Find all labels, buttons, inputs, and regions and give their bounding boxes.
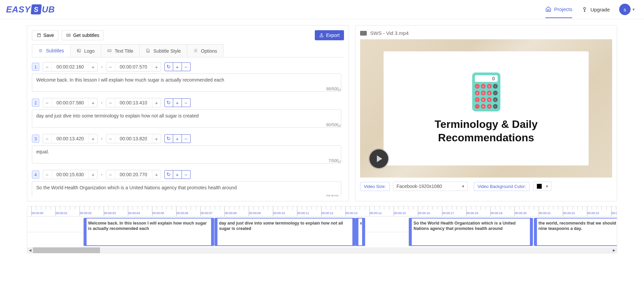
add-subtitle-button[interactable]: + bbox=[173, 170, 182, 179]
timeline-clip-text: e bbox=[359, 221, 362, 226]
timeline-clip[interactable]: the world, recommends that we should con… bbox=[534, 218, 617, 246]
start-time-input[interactable] bbox=[52, 62, 89, 71]
time-increment-button[interactable]: + bbox=[89, 134, 97, 143]
export-button[interactable]: Export bbox=[315, 30, 344, 40]
time-decrement-button[interactable]: − bbox=[43, 98, 52, 107]
tab-subtitle-style[interactable]: Subtitle Style bbox=[139, 44, 187, 57]
retime-button[interactable]: ↻ bbox=[164, 98, 173, 107]
subtitle-textarea[interactable] bbox=[32, 145, 341, 163]
timeline-track[interactable]: Welcome back. In this lesson I will expl… bbox=[27, 216, 617, 247]
brand-logo[interactable]: EASY S UB bbox=[6, 4, 55, 15]
timeline-scrollbar[interactable]: ◀ ▶ bbox=[27, 247, 617, 253]
video-size-select[interactable]: Facebook-1920x1080 ▾ bbox=[393, 182, 468, 191]
tab-options[interactable]: Options bbox=[187, 44, 224, 57]
preview-panel: SWS - Vid 3.mp4 0 123+ 456− 789× ·0=÷ Te… bbox=[355, 25, 617, 201]
video-title-row: SWS - Vid 3.mp4 bbox=[360, 30, 612, 36]
timeline-clip[interactable]: Welcome back. In this lesson I will expl… bbox=[84, 218, 214, 246]
time-separator: - bbox=[101, 100, 103, 105]
video-slide-heading: Terminology & Daily Recommendations bbox=[425, 117, 548, 144]
ruler-label: 00:00:02 bbox=[80, 211, 92, 215]
ruler-label: 00:00:08 bbox=[225, 211, 237, 215]
play-button[interactable] bbox=[369, 149, 388, 168]
subtitle-list[interactable]: 1 − + - − + ↻ + − 88/500 2 bbox=[32, 62, 344, 196]
subtitle-item: 3 − + - − + ↻ + − 7/500 bbox=[32, 134, 341, 164]
start-time-input[interactable] bbox=[52, 98, 89, 107]
save-button[interactable]: Save bbox=[32, 30, 58, 40]
ruler-label: 00:00:17 bbox=[442, 211, 454, 215]
subtitle-item: 4 − + - − + ↻ + − 95/500 bbox=[32, 170, 341, 196]
timeline-ruler[interactable]: 00:00:0000:00:0100:00:0200:00:0300:00:04… bbox=[27, 206, 617, 216]
editor-tabs: Subtitles Logo Text Title bbox=[32, 44, 344, 57]
remove-subtitle-button[interactable]: − bbox=[182, 62, 191, 71]
time-increment-button[interactable]: + bbox=[89, 98, 97, 107]
scroll-track[interactable] bbox=[33, 247, 611, 253]
time-decrement-button[interactable]: − bbox=[106, 62, 115, 71]
subtitle-textarea[interactable] bbox=[32, 109, 341, 128]
retime-button[interactable]: ↻ bbox=[164, 170, 173, 179]
time-increment-button[interactable]: + bbox=[89, 62, 97, 71]
time-increment-button[interactable]: + bbox=[152, 170, 161, 179]
svg-rect-3 bbox=[320, 36, 323, 37]
char-count: 88/500 bbox=[326, 87, 339, 91]
start-time-group: − + bbox=[43, 170, 98, 179]
time-separator: - bbox=[101, 136, 103, 141]
subtitle-index-badge: 3 bbox=[32, 135, 39, 143]
time-decrement-button[interactable]: − bbox=[43, 134, 52, 143]
retime-button[interactable]: ↻ bbox=[164, 134, 173, 143]
nav-projects-link[interactable]: Projects bbox=[545, 1, 572, 18]
scroll-right-arrow[interactable]: ▶ bbox=[611, 247, 617, 253]
timeline-clip[interactable]: e bbox=[355, 218, 365, 246]
ruler-label: 00:00:18 bbox=[466, 211, 478, 215]
time-increment-button[interactable]: + bbox=[152, 62, 161, 71]
end-time-input[interactable] bbox=[115, 62, 152, 71]
timeline-clip[interactable]: day and just dive into some terminology … bbox=[214, 218, 355, 246]
time-decrement-button[interactable]: − bbox=[106, 98, 115, 107]
start-time-input[interactable] bbox=[52, 170, 89, 179]
timeline-panel: 00:00:0000:00:0100:00:0200:00:0300:00:04… bbox=[27, 206, 617, 253]
time-decrement-button[interactable]: − bbox=[106, 170, 115, 179]
user-menu[interactable]: s ▾ bbox=[619, 4, 635, 15]
time-increment-button[interactable]: + bbox=[152, 98, 161, 107]
ruler-label: 00:00:16 bbox=[418, 211, 430, 215]
time-decrement-button[interactable]: − bbox=[43, 170, 52, 179]
start-time-group: − + bbox=[43, 62, 98, 71]
add-subtitle-button[interactable]: + bbox=[173, 134, 182, 143]
gear-icon bbox=[193, 48, 198, 53]
video-preview[interactable]: 0 123+ 456− 789× ·0=÷ Terminology & Dail… bbox=[360, 39, 612, 178]
export-label: Export bbox=[326, 33, 340, 38]
timeline-clip[interactable]: So the World Health Organization which i… bbox=[409, 218, 533, 246]
tab-logo[interactable]: Logo bbox=[70, 44, 101, 57]
calculator-icon: 0 123+ 456− 789× ·0=÷ bbox=[472, 72, 500, 111]
brand-mark: S bbox=[31, 4, 42, 14]
time-decrement-button[interactable]: − bbox=[106, 134, 115, 143]
time-increment-button[interactable]: + bbox=[152, 134, 161, 143]
end-time-input[interactable] bbox=[115, 98, 152, 107]
nav-right: Projects Upgrade s ▾ bbox=[545, 1, 635, 18]
tab-subtitles[interactable]: Subtitles bbox=[32, 44, 70, 57]
retime-button[interactable]: ↻ bbox=[164, 62, 173, 71]
add-subtitle-button[interactable]: + bbox=[173, 98, 182, 107]
time-decrement-button[interactable]: − bbox=[43, 62, 52, 71]
scroll-thumb[interactable] bbox=[33, 247, 100, 253]
nav-upgrade-link[interactable]: Upgrade bbox=[582, 1, 610, 18]
start-time-input[interactable] bbox=[52, 134, 89, 143]
remove-subtitle-button[interactable]: − bbox=[182, 170, 191, 179]
get-subtitles-button[interactable]: Get subtitles bbox=[62, 30, 104, 40]
end-time-input[interactable] bbox=[115, 134, 152, 143]
char-count: 80/500 bbox=[326, 123, 339, 127]
add-subtitle-button[interactable]: + bbox=[173, 62, 182, 71]
tab-text-title[interactable]: Text Title bbox=[101, 44, 140, 57]
scroll-left-arrow[interactable]: ◀ bbox=[27, 247, 33, 253]
remove-subtitle-button[interactable]: − bbox=[182, 134, 191, 143]
subtitle-textarea[interactable] bbox=[32, 74, 341, 92]
video-bg-select[interactable]: ▾ bbox=[533, 182, 552, 191]
subtitle-textarea[interactable] bbox=[32, 181, 341, 196]
video-icon bbox=[360, 31, 367, 36]
editor-panel: Save Get subtitles Export bbox=[27, 25, 349, 201]
ruler-label: 00:00:19 bbox=[491, 211, 502, 215]
remove-subtitle-button[interactable]: − bbox=[182, 98, 191, 107]
subtitle-index-badge: 2 bbox=[32, 99, 39, 107]
ruler-label: 00:00:03 bbox=[104, 211, 116, 215]
end-time-input[interactable] bbox=[115, 170, 152, 179]
time-increment-button[interactable]: + bbox=[89, 170, 97, 179]
